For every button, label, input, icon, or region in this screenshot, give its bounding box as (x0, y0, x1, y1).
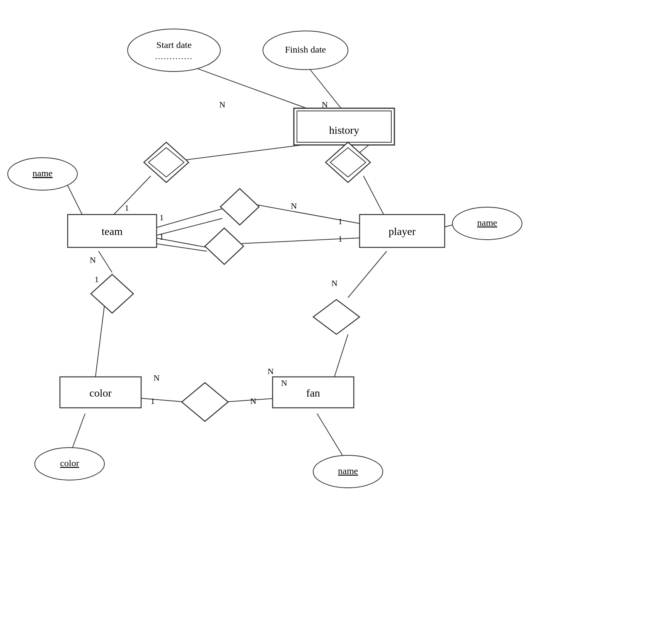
entity-color-label: color (89, 387, 112, 399)
card-player-n-lower: N (331, 278, 338, 288)
rel-teamplayer2 (205, 228, 244, 264)
attr-finishdate-label: Finish date (285, 44, 326, 55)
attr-teamname-label: name (32, 168, 53, 178)
rel-colorfan (182, 383, 228, 421)
line-history-histteam1 (166, 143, 317, 162)
line-player-fanrel (348, 251, 387, 298)
card-player-1-lower: 1 (338, 234, 343, 244)
attr-colorattr-label: color (60, 458, 79, 468)
rel-histteam-inner (148, 148, 184, 177)
attr-startdate-dots: ............. (155, 51, 193, 61)
line-rel1-player-a (257, 205, 363, 224)
line-colorattr-color (72, 414, 85, 450)
card-fan-n-right-upper: N (268, 366, 274, 376)
card-player-n-upper: N (291, 201, 297, 211)
line-fanrel-fan (333, 334, 348, 383)
line-rel2-player-a (242, 238, 363, 244)
card-history-n-left: N (219, 100, 225, 109)
card-history-n-right: N (322, 100, 328, 109)
line-team-rel1-a (155, 209, 222, 228)
rel-teamplayer1 (220, 189, 259, 225)
card-fan-n-lower: N (250, 396, 256, 406)
attr-playername-label: name (477, 218, 497, 228)
card-fan-n-right-lower: N (281, 378, 287, 388)
entity-team-label: team (102, 225, 123, 237)
card-team-1-mid: 1 (160, 213, 164, 222)
attr-startdate (128, 29, 220, 72)
entity-fan-label: fan (306, 387, 320, 399)
attr-startdate-label: Start date (156, 40, 191, 50)
line-team-color-rel (99, 251, 112, 273)
card-color-1: 1 (95, 274, 99, 284)
card-fan-n-left: N (154, 373, 160, 383)
attr-fanname-label: name (338, 466, 358, 476)
rel-playerfan (313, 300, 360, 334)
line-histplayer-player (363, 176, 387, 220)
entity-player-label: player (389, 225, 416, 237)
line-histteam-team (108, 176, 151, 220)
line-startdate-history (189, 66, 317, 112)
line-colorrel-color (95, 305, 104, 383)
line-color-colorrel (139, 398, 186, 402)
card-player-1-upper: 1 (338, 216, 343, 226)
card-color-1-lower: 1 (151, 396, 155, 406)
card-team-n: N (90, 255, 96, 265)
card-team-1-upper: 1 (125, 203, 129, 213)
entity-history-label: history (329, 124, 359, 136)
line-team-rel1-b (155, 218, 222, 236)
line-team-rel2-b (155, 244, 207, 251)
card-team-1-lower: 1 (160, 232, 164, 242)
line-fanname-fan (317, 414, 344, 458)
